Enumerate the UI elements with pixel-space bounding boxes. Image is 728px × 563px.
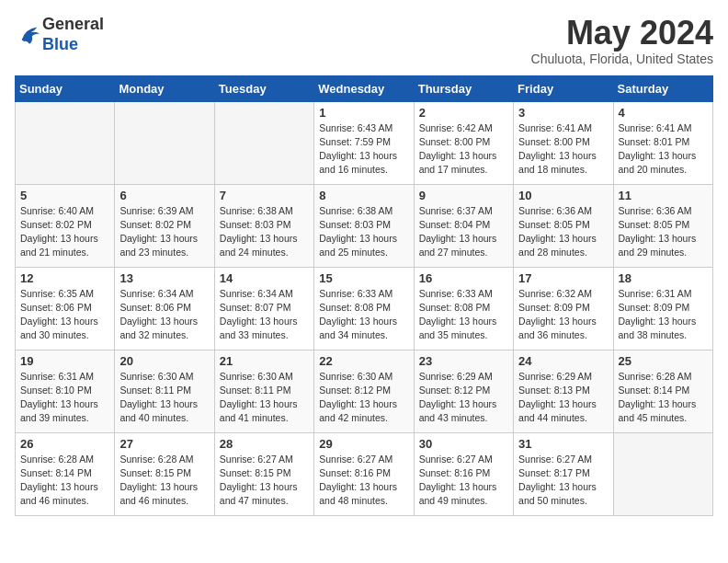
day-number: 8 [319, 189, 408, 202]
logo-general-text: General [42, 15, 104, 33]
day-number: 29 [319, 437, 408, 451]
calendar-cell: 18Sunrise: 6:31 AMSunset: 8:09 PMDayligh… [613, 267, 712, 350]
day-info: Sunrise: 6:31 AMSunset: 8:10 PMDaylight:… [20, 370, 109, 426]
day-number: 1 [319, 106, 408, 120]
header-day-sunday: Sunday [16, 75, 115, 101]
day-number: 27 [119, 437, 209, 451]
day-info: Sunrise: 6:34 AMSunset: 8:06 PMDaylight:… [119, 287, 209, 343]
logo-bird-icon [17, 22, 42, 48]
calendar-week-5: 26Sunrise: 6:28 AMSunset: 8:14 PMDayligh… [16, 432, 713, 515]
day-info: Sunrise: 6:30 AMSunset: 8:12 PMDaylight:… [319, 370, 408, 426]
calendar-table: SundayMondayTuesdayWednesdayThursdayFrid… [15, 75, 713, 516]
day-number: 19 [20, 354, 109, 368]
calendar-cell: 6Sunrise: 6:39 AMSunset: 8:02 PMDaylight… [115, 184, 214, 267]
logo: General Blue [15, 15, 104, 54]
day-number: 3 [518, 106, 608, 120]
day-info: Sunrise: 6:43 AMSunset: 7:59 PMDaylight:… [319, 121, 408, 178]
day-number: 31 [518, 437, 608, 451]
calendar-cell: 12Sunrise: 6:35 AMSunset: 8:06 PMDayligh… [16, 267, 115, 350]
calendar-cell [16, 101, 115, 184]
calendar-cell: 8Sunrise: 6:38 AMSunset: 8:03 PMDaylight… [314, 184, 414, 267]
day-number: 15 [319, 271, 408, 285]
calendar-cell: 17Sunrise: 6:32 AMSunset: 8:09 PMDayligh… [514, 267, 613, 350]
calendar-week-2: 5Sunrise: 6:40 AMSunset: 8:02 PMDaylight… [16, 184, 713, 267]
day-info: Sunrise: 6:33 AMSunset: 8:08 PMDaylight:… [319, 287, 408, 343]
day-number: 2 [419, 106, 508, 120]
calendar-cell: 13Sunrise: 6:34 AMSunset: 8:06 PMDayligh… [115, 267, 214, 350]
header-day-monday: Monday [115, 75, 214, 101]
day-info: Sunrise: 6:27 AMSunset: 8:15 PMDaylight:… [220, 453, 309, 509]
calendar-cell: 9Sunrise: 6:37 AMSunset: 8:04 PMDaylight… [414, 184, 513, 267]
day-info: Sunrise: 6:27 AMSunset: 8:17 PMDaylight:… [518, 453, 608, 509]
day-number: 30 [419, 437, 508, 451]
month-year-title: May 2024 [531, 15, 713, 52]
day-info: Sunrise: 6:38 AMSunset: 8:03 PMDaylight:… [319, 204, 408, 260]
day-info: Sunrise: 6:33 AMSunset: 8:08 PMDaylight:… [419, 287, 508, 343]
day-number: 18 [619, 271, 708, 285]
day-number: 26 [20, 437, 109, 451]
day-number: 11 [619, 189, 708, 202]
day-info: Sunrise: 6:35 AMSunset: 8:06 PMDaylight:… [20, 287, 109, 343]
day-info: Sunrise: 6:39 AMSunset: 8:02 PMDaylight:… [119, 204, 209, 260]
calendar-week-3: 12Sunrise: 6:35 AMSunset: 8:06 PMDayligh… [16, 267, 713, 350]
day-info: Sunrise: 6:40 AMSunset: 8:02 PMDaylight:… [20, 204, 109, 260]
day-info: Sunrise: 6:42 AMSunset: 8:00 PMDaylight:… [419, 121, 508, 178]
calendar-week-4: 19Sunrise: 6:31 AMSunset: 8:10 PMDayligh… [16, 350, 713, 432]
calendar-cell: 2Sunrise: 6:42 AMSunset: 8:00 PMDaylight… [414, 101, 513, 184]
day-number: 7 [220, 189, 309, 202]
header-day-thursday: Thursday [414, 75, 513, 101]
day-info: Sunrise: 6:28 AMSunset: 8:14 PMDaylight:… [619, 370, 708, 426]
day-info: Sunrise: 6:41 AMSunset: 8:00 PMDaylight:… [518, 121, 608, 178]
header-day-wednesday: Wednesday [314, 75, 414, 101]
day-info: Sunrise: 6:27 AMSunset: 8:16 PMDaylight:… [419, 453, 508, 509]
logo-blue-text: Blue [42, 35, 78, 53]
day-info: Sunrise: 6:28 AMSunset: 8:14 PMDaylight:… [20, 453, 109, 509]
calendar-cell: 19Sunrise: 6:31 AMSunset: 8:10 PMDayligh… [16, 350, 115, 432]
day-number: 17 [518, 271, 608, 285]
day-number: 28 [220, 437, 309, 451]
calendar-cell: 31Sunrise: 6:27 AMSunset: 8:17 PMDayligh… [514, 432, 613, 515]
day-number: 16 [419, 271, 508, 285]
calendar-cell: 16Sunrise: 6:33 AMSunset: 8:08 PMDayligh… [414, 267, 513, 350]
day-info: Sunrise: 6:37 AMSunset: 8:04 PMDaylight:… [419, 204, 508, 260]
day-info: Sunrise: 6:36 AMSunset: 8:05 PMDaylight:… [518, 204, 608, 260]
day-number: 6 [119, 189, 209, 202]
day-number: 13 [119, 271, 209, 285]
day-info: Sunrise: 6:38 AMSunset: 8:03 PMDaylight:… [220, 204, 309, 260]
calendar-cell: 7Sunrise: 6:38 AMSunset: 8:03 PMDaylight… [214, 184, 313, 267]
calendar-cell: 1Sunrise: 6:43 AMSunset: 7:59 PMDaylight… [314, 101, 414, 184]
header-day-friday: Friday [514, 75, 613, 101]
calendar-cell: 23Sunrise: 6:29 AMSunset: 8:12 PMDayligh… [414, 350, 513, 432]
page-header: General Blue May 2024 Chuluota, Florida,… [15, 15, 713, 66]
day-info: Sunrise: 6:32 AMSunset: 8:09 PMDaylight:… [518, 287, 608, 343]
day-info: Sunrise: 6:30 AMSunset: 8:11 PMDaylight:… [220, 370, 309, 426]
day-number: 25 [619, 354, 708, 368]
day-info: Sunrise: 6:36 AMSunset: 8:05 PMDaylight:… [619, 204, 708, 260]
calendar-body: 1Sunrise: 6:43 AMSunset: 7:59 PMDaylight… [16, 101, 713, 515]
calendar-cell: 21Sunrise: 6:30 AMSunset: 8:11 PMDayligh… [214, 350, 313, 432]
day-number: 10 [518, 189, 608, 202]
calendar-cell: 15Sunrise: 6:33 AMSunset: 8:08 PMDayligh… [314, 267, 414, 350]
calendar-cell: 30Sunrise: 6:27 AMSunset: 8:16 PMDayligh… [414, 432, 513, 515]
day-number: 24 [518, 354, 608, 368]
header-day-saturday: Saturday [613, 75, 712, 101]
day-info: Sunrise: 6:34 AMSunset: 8:07 PMDaylight:… [220, 287, 309, 343]
day-number: 4 [619, 106, 708, 120]
day-info: Sunrise: 6:29 AMSunset: 8:13 PMDaylight:… [518, 370, 608, 426]
calendar-header: SundayMondayTuesdayWednesdayThursdayFrid… [16, 75, 713, 101]
day-info: Sunrise: 6:41 AMSunset: 8:01 PMDaylight:… [619, 121, 708, 178]
day-number: 9 [419, 189, 508, 202]
day-info: Sunrise: 6:28 AMSunset: 8:15 PMDaylight:… [119, 453, 209, 509]
day-number: 14 [220, 271, 309, 285]
calendar-cell [214, 101, 313, 184]
day-info: Sunrise: 6:31 AMSunset: 8:09 PMDaylight:… [619, 287, 708, 343]
calendar-cell: 20Sunrise: 6:30 AMSunset: 8:11 PMDayligh… [115, 350, 214, 432]
day-number: 20 [119, 354, 209, 368]
title-block: May 2024 Chuluota, Florida, United State… [531, 15, 713, 66]
day-number: 21 [220, 354, 309, 368]
day-number: 22 [319, 354, 408, 368]
calendar-cell: 27Sunrise: 6:28 AMSunset: 8:15 PMDayligh… [115, 432, 214, 515]
calendar-cell: 25Sunrise: 6:28 AMSunset: 8:14 PMDayligh… [613, 350, 712, 432]
day-number: 12 [20, 271, 109, 285]
calendar-cell: 28Sunrise: 6:27 AMSunset: 8:15 PMDayligh… [214, 432, 313, 515]
